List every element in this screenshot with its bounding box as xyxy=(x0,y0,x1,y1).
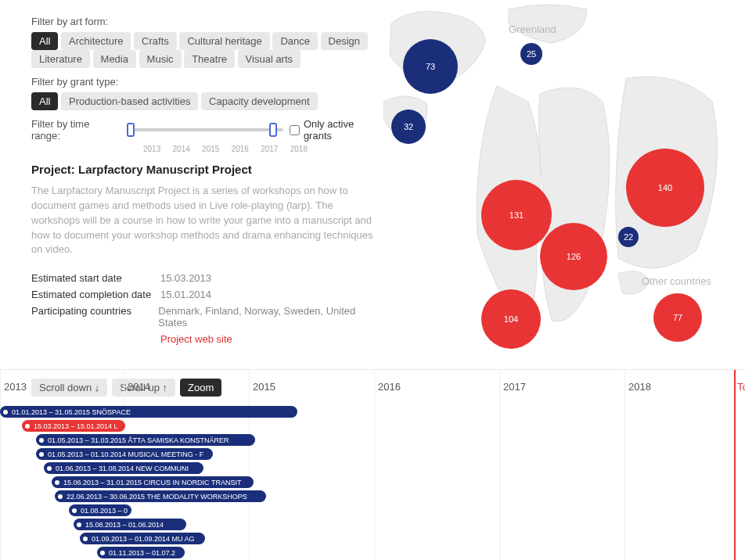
filter-grant-type-label: Filter by grant type: xyxy=(31,76,118,88)
timeline-bar[interactable]: 01.05.2013 – 01.10.2014 MUSICAL MEETING … xyxy=(36,448,213,460)
artform-pill-design[interactable]: Design xyxy=(321,32,368,50)
time-range-slider[interactable] xyxy=(129,124,283,135)
project-title: Project: Larpfactory Manuscript Project xyxy=(31,163,383,176)
artform-pill-visual-arts[interactable]: Visual arts xyxy=(238,50,301,68)
filter-art-form: Filter by art form: All Architecture Cra… xyxy=(31,16,383,68)
project-web-site-link[interactable]: Project web site xyxy=(160,333,232,345)
artform-pill-dance[interactable]: Dance xyxy=(272,32,318,50)
bubble-map[interactable]: Greenland Other countries 73253213114022… xyxy=(383,0,745,368)
map-label-greenland: Greenland xyxy=(509,23,556,35)
map-bubble-22[interactable]: 22 xyxy=(618,227,639,247)
timeline-bar[interactable]: 15.08.2013 – 01.06.2014 xyxy=(74,519,186,530)
map-bubble-32[interactable]: 32 xyxy=(391,109,426,144)
map-bubble-126[interactable]: 126 xyxy=(540,223,607,290)
timeline-bar[interactable]: 01.11.2013 – 01.07.2 xyxy=(97,547,185,558)
map-bubble-140[interactable]: 140 xyxy=(626,149,704,227)
timeline-bar[interactable]: 01.08.2013 – 0 xyxy=(69,504,131,516)
slider-handle-start[interactable] xyxy=(127,123,135,137)
meta-row: Participating countriesDenmark, Finland,… xyxy=(31,303,383,331)
artform-pill-architecture[interactable]: Architecture xyxy=(61,32,131,50)
artform-pill-cultural-heritage[interactable]: Cultural heritage xyxy=(179,32,269,50)
map-bubble-104[interactable]: 104 xyxy=(481,289,541,349)
granttype-pill-capacity-development[interactable]: Capacity development xyxy=(201,92,318,110)
year-label-2017: 2017 xyxy=(503,381,526,393)
filter-art-form-label: Filter by art form: xyxy=(31,16,108,27)
today-label: Tod xyxy=(737,381,745,393)
artform-pill-all[interactable]: All xyxy=(31,32,58,50)
artform-pill-crafts[interactable]: Crafts xyxy=(134,32,177,50)
timeline-bar[interactable]: 15.06.2013 – 31.01.2015 CIRCUS IN NORDIC… xyxy=(52,476,254,488)
timeline-bar[interactable]: 01.06.2013 – 31.08.2014 NEW COMMUNI xyxy=(44,462,203,474)
map-label-other: Other countries xyxy=(642,275,711,287)
today-line xyxy=(734,370,736,560)
artform-pill-media[interactable]: Media xyxy=(93,50,136,68)
meta-row: Estimated completion date15.01.2014 xyxy=(31,286,383,303)
year-label-2014: 2014 xyxy=(128,381,150,393)
year-label-2018: 2018 xyxy=(628,381,651,393)
timeline-bar[interactable]: 01.09.2013 – 01.09.2014 MU AG xyxy=(80,533,205,544)
map-bubble-77[interactable]: 77 xyxy=(653,293,702,342)
timeline-bar[interactable]: 22.06.2013 – 30.06.2015 THE MODALITY WOR… xyxy=(55,490,266,502)
project-description: The Larpfactory Manuscript Project is a … xyxy=(31,184,383,257)
filter-time-range-label: Filter by time range: xyxy=(31,118,120,142)
filter-time-range: Filter by time range: Only active grants xyxy=(31,118,383,142)
project-meta: Estimated start date15.03.2013Estimated … xyxy=(31,270,383,347)
granttype-pill-all[interactable]: All xyxy=(31,92,58,110)
year-label-2013: 2013 xyxy=(4,381,27,393)
slider-handle-end[interactable] xyxy=(269,123,277,137)
year-label-2016: 2016 xyxy=(378,381,401,393)
only-active-label: Only active grants xyxy=(304,118,383,142)
artform-pill-music[interactable]: Music xyxy=(139,50,182,68)
filter-grant-type: Filter by grant type: All Production-bas… xyxy=(31,76,383,110)
granttype-pill-production-based-activities[interactable]: Production-based activities xyxy=(61,92,198,110)
year-label-2015: 2015 xyxy=(253,381,275,393)
map-bubble-73[interactable]: 73 xyxy=(403,39,458,94)
meta-row: Estimated start date15.03.2013 xyxy=(31,270,383,286)
map-bubble-131[interactable]: 131 xyxy=(481,180,552,250)
timeline[interactable]: 201320142015201620172018 Tod 01.01.2013 … xyxy=(0,369,745,560)
artform-pill-theatre[interactable]: Theatre xyxy=(184,50,235,68)
slider-ticks: 201320142015201620172018 xyxy=(143,145,308,153)
timeline-bar[interactable]: 15.03.2013 – 15.01.2014 L xyxy=(22,420,125,432)
timeline-bar[interactable]: 01.05.2013 – 31.03.2015 ÅTTA SAMISKA KON… xyxy=(36,434,255,446)
only-active-checkbox[interactable] xyxy=(290,125,300,135)
map-bubble-25[interactable]: 25 xyxy=(520,43,542,65)
timeline-bar[interactable]: 01.01.2013 – 31.05.2015 SNÖSPACE xyxy=(0,406,297,418)
artform-pill-literature[interactable]: Literature xyxy=(31,50,90,68)
